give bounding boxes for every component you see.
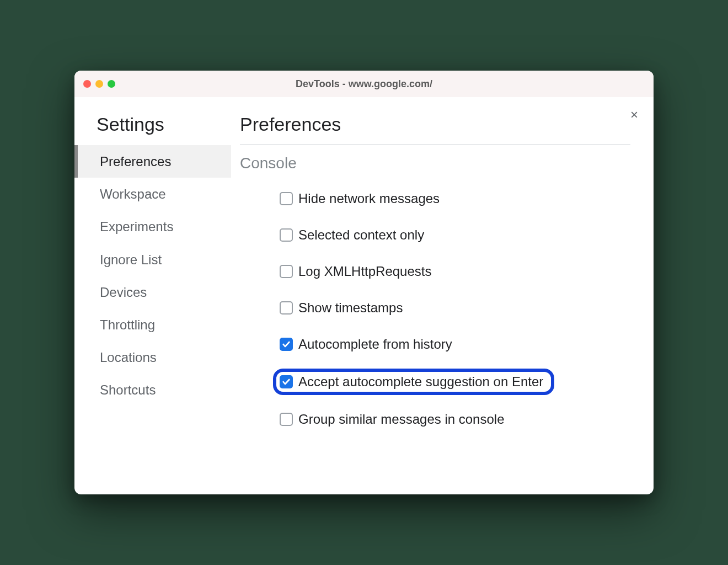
main-panel: Preferences Console Hide network message…: [231, 97, 654, 494]
traffic-lights: [83, 80, 115, 88]
sidebar-item-locations[interactable]: Locations: [74, 341, 231, 374]
main-title: Preferences: [240, 114, 630, 145]
option-label: Accept autocomplete suggestion on Enter: [298, 374, 543, 390]
checkbox[interactable]: [280, 228, 293, 242]
option-row[interactable]: Selected context only: [273, 223, 630, 247]
sidebar-item-throttling[interactable]: Throttling: [74, 308, 231, 341]
option-label: Hide network messages: [298, 191, 440, 206]
close-settings-button[interactable]: ×: [630, 108, 638, 121]
option-row[interactable]: Group similar messages in console: [273, 407, 630, 431]
sidebar-item-label: Locations: [100, 350, 157, 365]
sidebar-item-label: Shortcuts: [100, 382, 156, 397]
sidebar-title: Settings: [74, 114, 231, 145]
devtools-window: DevTools - www.google.com/ × Settings Pr…: [74, 71, 654, 494]
sidebar-item-devices[interactable]: Devices: [74, 276, 231, 308]
sidebar-item-label: Experiments: [100, 219, 173, 234]
minimize-window-button[interactable]: [95, 80, 103, 88]
sidebar-item-shortcuts[interactable]: Shortcuts: [74, 374, 231, 406]
option-row[interactable]: Show timestamps: [273, 296, 630, 320]
option-row[interactable]: Accept autocomplete suggestion on Enter: [273, 369, 554, 395]
checkbox[interactable]: [280, 301, 293, 315]
checkbox[interactable]: [280, 265, 293, 278]
section-title: Console: [240, 154, 630, 172]
option-row[interactable]: Log XMLHttpRequests: [273, 259, 630, 284]
close-window-button[interactable]: [83, 80, 91, 88]
settings-sidebar: Settings PreferencesWorkspaceExperiments…: [74, 97, 231, 494]
sidebar-item-workspace[interactable]: Workspace: [74, 178, 231, 210]
option-label: Autocomplete from history: [298, 337, 452, 352]
maximize-window-button[interactable]: [108, 80, 115, 88]
option-label: Group similar messages in console: [298, 412, 505, 427]
option-label: Show timestamps: [298, 300, 403, 316]
content-area: × Settings PreferencesWorkspaceExperimen…: [74, 97, 654, 494]
sidebar-item-label: Devices: [100, 285, 147, 300]
sidebar-item-ignore-list[interactable]: Ignore List: [74, 243, 231, 276]
options-list: Hide network messagesSelected context on…: [240, 186, 630, 431]
sidebar-item-label: Throttling: [100, 317, 155, 332]
sidebar-item-label: Ignore List: [100, 252, 162, 267]
checkbox[interactable]: [280, 338, 293, 351]
option-row[interactable]: Autocomplete from history: [273, 332, 630, 356]
checkbox[interactable]: [280, 413, 293, 426]
window-titlebar: DevTools - www.google.com/: [74, 71, 654, 97]
option-row[interactable]: Hide network messages: [273, 186, 630, 211]
sidebar-item-label: Workspace: [100, 186, 166, 201]
option-label: Log XMLHttpRequests: [298, 264, 431, 279]
window-title: DevTools - www.google.com/: [296, 78, 432, 90]
sidebar-item-preferences[interactable]: Preferences: [74, 145, 231, 178]
sidebar-item-experiments[interactable]: Experiments: [74, 210, 231, 243]
sidebar-items: PreferencesWorkspaceExperimentsIgnore Li…: [74, 145, 231, 407]
sidebar-item-label: Preferences: [100, 154, 171, 169]
checkbox[interactable]: [280, 375, 293, 388]
checkbox[interactable]: [280, 192, 293, 205]
option-label: Selected context only: [298, 227, 424, 243]
